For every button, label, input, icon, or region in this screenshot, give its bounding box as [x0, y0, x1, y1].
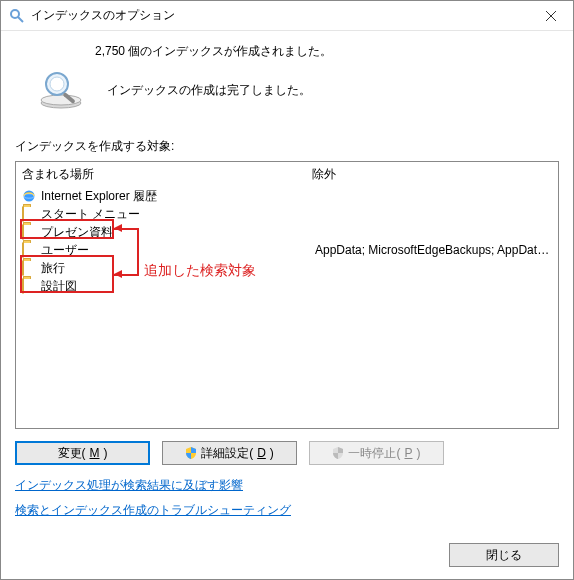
column-exclude: 除外	[312, 166, 552, 183]
location-row[interactable]: スタート メニュー	[22, 205, 552, 223]
index-count-row: 2,750 個のインデックスが作成されました。	[15, 41, 559, 66]
location-name: スタート メニュー	[41, 206, 315, 223]
location-name: Internet Explorer 履歴	[41, 188, 315, 205]
pause-label-post: )	[417, 446, 421, 460]
link-indexing-impact[interactable]: インデックス処理が検索結果に及ぼす影響	[15, 477, 243, 494]
annotation-label: 追加した検索対象	[144, 262, 256, 280]
link-troubleshoot[interactable]: 検索とインデックス作成のトラブルシューティング	[15, 502, 291, 519]
action-buttons-row: 変更(M) 詳細設定(D) 一時停止(P)	[15, 441, 559, 465]
folder-icon	[22, 261, 38, 275]
location-row[interactable]: Internet Explorer 履歴	[22, 187, 552, 205]
location-row[interactable]: 設計図	[22, 277, 552, 295]
advanced-button[interactable]: 詳細設定(D)	[162, 441, 297, 465]
index-count-text: 2,750 個のインデックスが作成されました。	[95, 43, 332, 60]
modify-button[interactable]: 変更(M)	[15, 441, 150, 465]
location-row[interactable]: 旅行	[22, 259, 552, 277]
app-icon	[9, 8, 25, 24]
svg-line-1	[18, 17, 23, 22]
annotation-arrowhead-2	[114, 270, 122, 278]
location-name: 設計図	[41, 278, 315, 295]
folder-icon	[22, 207, 38, 221]
svg-point-9	[24, 191, 35, 202]
annotation-connector	[137, 228, 139, 276]
location-row[interactable]: ユーザーAppData; MicrosoftEdgeBackups; AppDa…	[22, 241, 552, 259]
locations-header: 含まれる場所 除外	[16, 162, 558, 187]
modify-label-pre: 変更(	[58, 445, 86, 462]
location-name: ユーザー	[41, 242, 315, 259]
pause-button: 一時停止(P)	[309, 441, 444, 465]
modify-hotkey: M	[90, 446, 100, 460]
advanced-label-pre: 詳細設定(	[201, 445, 253, 462]
svg-point-0	[11, 10, 19, 18]
modify-label-post: )	[104, 446, 108, 460]
pause-hotkey: P	[404, 446, 412, 460]
location-name: プレゼン資料	[41, 224, 315, 241]
titlebar: インデックスのオプション	[1, 1, 573, 31]
footer: 閉じる	[1, 533, 573, 579]
locations-section-label: インデックスを作成する対象:	[15, 138, 559, 155]
pause-label-pre: 一時停止(	[348, 445, 400, 462]
svg-point-7	[50, 77, 64, 91]
index-status-row: インデックスの作成は完了しました。	[15, 66, 559, 138]
location-row[interactable]: プレゼン資料	[22, 223, 552, 241]
content-area: 2,750 個のインデックスが作成されました。 インデックスの作成は完了しました…	[1, 31, 573, 533]
shield-icon	[332, 447, 344, 459]
column-included: 含まれる場所	[22, 166, 312, 183]
annotation-arrowhead-1	[114, 224, 122, 232]
index-status-text: インデックスの作成は完了しました。	[107, 82, 311, 99]
folder-icon	[22, 279, 38, 293]
advanced-label-post: )	[270, 446, 274, 460]
locations-list: 含まれる場所 除外 Internet Explorer 履歴スタート メニュープ…	[15, 161, 559, 429]
folder-icon	[22, 225, 38, 239]
advanced-hotkey: D	[257, 446, 266, 460]
locations-body: Internet Explorer 履歴スタート メニュープレゼン資料ユーザーA…	[16, 187, 558, 295]
close-icon	[546, 11, 556, 21]
shield-icon	[185, 447, 197, 459]
window-title: インデックスのオプション	[31, 7, 528, 24]
window-close-button[interactable]	[528, 1, 573, 30]
location-exclude: AppData; MicrosoftEdgeBackups; AppData; …	[315, 243, 552, 257]
svg-point-5	[41, 95, 81, 105]
indexing-options-window: インデックスのオプション 2,750 個のインデックスが作成されました。 インデ…	[0, 0, 574, 580]
magnifier-drive-icon	[37, 70, 85, 110]
internet-explorer-icon	[22, 189, 38, 203]
folder-icon	[22, 243, 38, 257]
close-button[interactable]: 閉じる	[449, 543, 559, 567]
